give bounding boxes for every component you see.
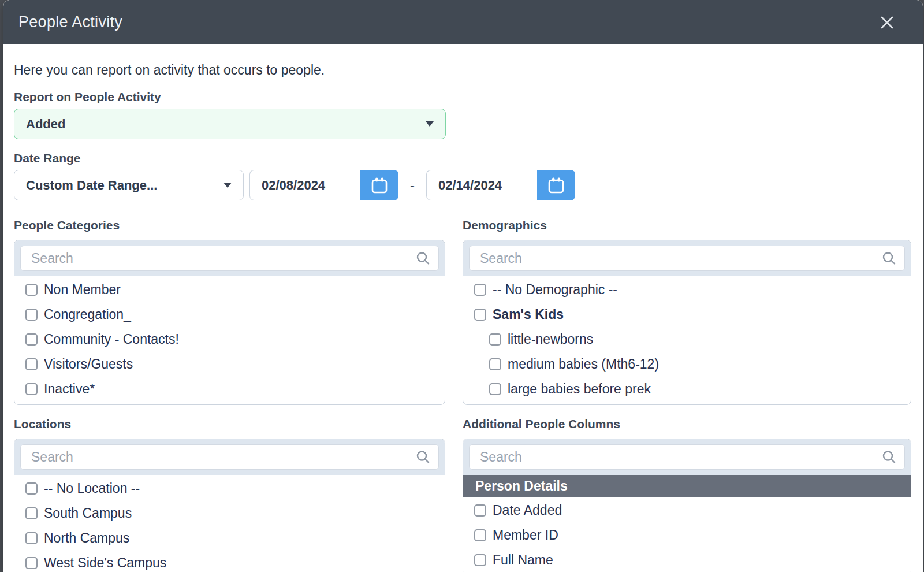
list-item[interactable]: Visitors/Guests — [14, 352, 445, 377]
additional-people-columns-panel: Person Details Date AddedMember IDFull N… — [463, 439, 911, 572]
start-date-calendar-button[interactable] — [360, 170, 398, 200]
start-date-group — [249, 170, 398, 200]
report-on-label: Report on People Activity — [14, 90, 911, 104]
locations-search-input[interactable] — [21, 445, 438, 469]
calendar-icon — [370, 176, 389, 195]
list-item-label: Sam's Kids — [493, 307, 564, 322]
checkbox[interactable] — [474, 309, 486, 321]
locations-panel: -- No Location --South CampusNorth Campu… — [14, 439, 445, 572]
locations-section: Locations — [14, 417, 445, 572]
checkbox[interactable] — [25, 532, 38, 544]
list-item[interactable]: South Campus — [14, 501, 445, 526]
list-item-label: Community - Contacts! — [44, 332, 179, 347]
checkbox[interactable] — [489, 333, 501, 346]
list-item-label: Visitors/Guests — [44, 356, 133, 372]
list-item-label: little-newborns — [508, 332, 593, 347]
modal-header: People Activity — [3, 0, 923, 44]
list-item[interactable]: North Campus — [14, 526, 445, 551]
checkbox[interactable] — [474, 529, 486, 541]
end-date-group — [426, 170, 575, 200]
search-box — [20, 444, 439, 470]
end-date-input[interactable] — [426, 170, 537, 200]
list-item-label: West Side's Campus — [44, 555, 166, 571]
checkbox[interactable] — [25, 358, 38, 370]
chevron-down-icon — [426, 121, 434, 127]
checkbox[interactable] — [25, 383, 38, 395]
locations-label: Locations — [14, 417, 445, 431]
additional-people-columns-section: Additional People Columns — [463, 417, 911, 572]
list-item[interactable]: little-newborns — [463, 327, 911, 352]
date-preset-select[interactable]: Custom Date Range... — [14, 170, 244, 200]
list-item-label: Congregation_ — [44, 307, 131, 322]
checkbox[interactable] — [474, 504, 486, 517]
list-item-label: large babies before prek — [508, 381, 651, 397]
search-band — [14, 240, 445, 276]
search-box — [469, 444, 905, 470]
checkbox[interactable] — [25, 309, 38, 321]
people-activity-modal: People Activity Here you can report on a… — [3, 0, 923, 572]
list-item-label: Inactive* — [44, 381, 95, 397]
additional-people-columns-label: Additional People Columns — [463, 417, 911, 431]
demographics-label: Demographics — [463, 218, 911, 232]
intro-text: Here you can report on activity that occ… — [14, 62, 911, 78]
demographics-section: Demographics — [463, 218, 911, 405]
person-details-group-header: Person Details — [463, 475, 911, 497]
date-range-row: Custom Date Range... - — [14, 170, 911, 200]
search-icon — [881, 450, 897, 465]
start-date-input[interactable] — [249, 170, 360, 200]
search-icon — [415, 450, 431, 465]
checkbox[interactable] — [25, 557, 38, 569]
list-item-label: Date Added — [493, 503, 562, 518]
list-item[interactable]: Community - Contacts! — [14, 327, 445, 352]
list-item-label: medium babies (Mth6-12) — [508, 356, 659, 372]
list-item[interactable]: large babies before prek — [463, 377, 911, 402]
date-separator: - — [410, 177, 415, 194]
checkbox[interactable] — [474, 554, 486, 566]
end-date-calendar-button[interactable] — [537, 170, 575, 200]
list-item[interactable]: Non Member — [14, 277, 445, 302]
report-on-selected-value: Added — [26, 117, 65, 132]
search-band — [463, 439, 911, 475]
checkbox[interactable] — [25, 482, 38, 495]
right-column: Demographics — [463, 218, 911, 572]
checkbox[interactable] — [25, 333, 38, 346]
list-item[interactable]: Date Added — [463, 498, 911, 523]
list-item[interactable]: Full Name — [463, 548, 911, 572]
locations-list: -- No Location --South CampusNorth Campu… — [14, 475, 445, 572]
demographics-search-input[interactable] — [470, 246, 904, 270]
demographics-list: -- No Demographic --Sam's Kidslittle-new… — [463, 276, 911, 404]
selection-columns: People Categories — [14, 218, 911, 572]
report-on-select[interactable]: Added — [14, 109, 446, 139]
list-item[interactable]: -- No Location -- — [14, 476, 445, 501]
list-item-label: South Campus — [44, 506, 132, 521]
additional-people-columns-search-input[interactable] — [470, 445, 904, 469]
list-item[interactable]: Sam's Kids — [463, 302, 911, 327]
calendar-icon — [547, 176, 565, 195]
list-item-label: North Campus — [44, 530, 129, 546]
close-button[interactable] — [877, 12, 897, 33]
people-categories-search-input[interactable] — [21, 246, 438, 270]
date-preset-selected-value: Custom Date Range... — [26, 178, 157, 193]
list-item[interactable]: medium babies (Mth6-12) — [463, 352, 911, 377]
people-categories-label: People Categories — [14, 218, 445, 232]
list-item[interactable]: West Side's Campus — [14, 551, 445, 572]
additional-people-columns-list: Date AddedMember IDFull Name — [463, 497, 911, 572]
list-item[interactable]: Inactive* — [14, 377, 445, 402]
checkbox[interactable] — [489, 383, 501, 395]
search-box — [469, 246, 905, 271]
chevron-down-icon — [223, 183, 232, 188]
list-item[interactable]: Congregation_ — [14, 302, 445, 327]
search-icon — [415, 251, 431, 266]
checkbox[interactable] — [25, 284, 38, 296]
date-range-label: Date Range — [14, 151, 911, 165]
checkbox[interactable] — [474, 284, 486, 296]
checkbox[interactable] — [25, 507, 38, 519]
list-item[interactable]: Member ID — [463, 523, 911, 548]
list-item[interactable]: -- No Demographic -- — [463, 277, 911, 302]
left-column: People Categories — [14, 218, 445, 572]
list-item-label: -- No Demographic -- — [493, 282, 617, 298]
list-item-label: Non Member — [44, 282, 121, 298]
people-categories-panel: Non MemberCongregation_Community - Conta… — [14, 240, 445, 405]
search-band — [463, 240, 911, 276]
checkbox[interactable] — [489, 358, 501, 370]
